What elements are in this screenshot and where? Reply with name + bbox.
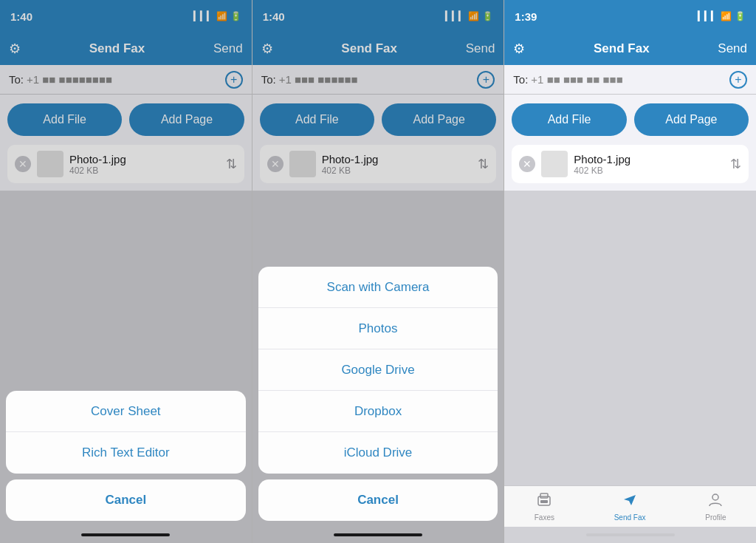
phone-panel-3: 1:39 ▎▎▎ 📶 🔋 ⚙ Send Fax Send To: +1 ■■ ■… (504, 0, 756, 543)
time-1: 1:40 (10, 10, 32, 23)
status-bar-3: 1:39 ▎▎▎ 📶 🔋 (504, 0, 756, 33)
wifi-icon-1: 📶 (216, 11, 227, 21)
send-button-3[interactable]: Send (718, 41, 747, 56)
time-3: 1:39 (515, 10, 537, 23)
add-recipient-button-2[interactable]: + (477, 71, 495, 89)
file-size-1: 402 KB (69, 165, 220, 176)
signal-icon-2: ▎▎▎ (445, 11, 465, 21)
action-buttons-3: Add File Add Page (504, 95, 756, 145)
battery-icon-1: 🔋 (230, 11, 241, 21)
tab-bar-3: Faxes Send Fax Profile (504, 485, 756, 527)
file-info-3: Photo-1.jpg 402 KB (574, 153, 724, 176)
send-fax-label: Send Fax (614, 513, 646, 522)
cancel-sheet-2[interactable]: Cancel (258, 479, 498, 521)
battery-icon-2: 🔋 (482, 11, 493, 21)
svg-point-3 (712, 494, 718, 500)
file-name-2: Photo-1.jpg (322, 153, 472, 165)
file-name-3: Photo-1.jpg (574, 153, 724, 165)
add-page-button-2[interactable]: Add Page (382, 103, 496, 136)
tab-faxes[interactable]: Faxes (535, 491, 554, 522)
file-list-1: ✕ Photo-1.jpg 402 KB ⇅ (0, 145, 252, 191)
file-item-1: ✕ Photo-1.jpg 402 KB ⇅ (7, 145, 244, 183)
tab-profile[interactable]: Profile (705, 491, 726, 522)
file-size-3: 402 KB (574, 165, 724, 176)
signal-icon-3: ▎▎▎ (698, 11, 718, 21)
faxes-icon (536, 491, 552, 512)
icloud-drive-item[interactable]: iCloud Drive (258, 432, 498, 474)
to-number-3[interactable]: +1 ■■ ■■■ ■■ ■■■ (531, 73, 729, 86)
google-drive-item[interactable]: Google Drive (258, 349, 498, 391)
add-recipient-button-1[interactable]: + (225, 71, 243, 89)
to-field-3: To: +1 ■■ ■■■ ■■ ■■■ + (504, 65, 756, 95)
file-list-2: ✕ Photo-1.jpg 402 KB ⇅ (252, 145, 504, 191)
file-remove-3[interactable]: ✕ (519, 156, 535, 172)
action-buttons-2: Add File Add Page (252, 95, 504, 145)
sheet-group-1: Cover Sheet Rich Text Editor (6, 391, 246, 474)
cover-sheet-item[interactable]: Cover Sheet (6, 391, 246, 432)
add-file-button-3[interactable]: Add File (512, 103, 626, 136)
action-sheet-1: Cover Sheet Rich Text Editor Cancel (0, 391, 252, 543)
add-file-button-2[interactable]: Add File (260, 103, 374, 136)
nav-bar-2: ⚙ Send Fax Send (252, 33, 504, 65)
cancel-sheet-1[interactable]: Cancel (6, 479, 246, 521)
file-item-3: ✕ Photo-1.jpg 402 KB ⇅ (512, 145, 749, 183)
file-name-1: Photo-1.jpg (69, 153, 220, 165)
scan-with-camera-item[interactable]: Scan with Camera (258, 267, 498, 308)
to-label-2: To: (261, 73, 276, 86)
nav-bar-3: ⚙ Send Fax Send (504, 33, 756, 65)
svg-rect-2 (540, 500, 548, 503)
sheet-group-2: Scan with Camera Photos Google Drive Dro… (258, 267, 498, 474)
file-thumb-1 (37, 151, 63, 177)
file-size-2: 402 KB (322, 165, 472, 176)
file-list-3: ✕ Photo-1.jpg 402 KB ⇅ (504, 145, 756, 191)
nav-title-1: Send Fax (89, 41, 145, 56)
to-label-1: To: (9, 73, 24, 86)
time-2: 1:40 (263, 10, 285, 23)
add-file-button-1[interactable]: Add File (7, 103, 122, 136)
home-bar-3 (586, 533, 675, 536)
status-icons-2: ▎▎▎ 📶 🔋 (445, 11, 493, 21)
status-icons-3: ▎▎▎ 📶 🔋 (698, 11, 746, 21)
nav-bar-1: ⚙ Send Fax Send (0, 33, 252, 65)
svg-rect-1 (540, 494, 548, 498)
phone-panel-2: 1:40 ▎▎▎ 📶 🔋 ⚙ Send Fax Send To: +1 ■■■ … (252, 0, 505, 543)
gear-icon-1[interactable]: ⚙ (9, 41, 21, 57)
to-field-1: To: +1 ■■ ■■■■■■■■ + (0, 65, 252, 95)
dropbox-item[interactable]: Dropbox (258, 391, 498, 432)
faxes-label: Faxes (535, 513, 554, 522)
rich-text-editor-item[interactable]: Rich Text Editor (6, 432, 246, 474)
to-field-2: To: +1 ■■■ ■■■■■■ + (252, 65, 504, 95)
send-fax-icon (622, 491, 638, 512)
add-page-button-3[interactable]: Add Page (634, 103, 749, 136)
gear-icon-3[interactable]: ⚙ (513, 41, 525, 57)
nav-title-3: Send Fax (594, 41, 650, 56)
battery-icon-3: 🔋 (735, 11, 746, 21)
send-button-1[interactable]: Send (213, 41, 243, 56)
action-buttons-1: Add File Add Page (0, 95, 252, 145)
to-label-3: To: (513, 73, 528, 86)
file-item-2: ✕ Photo-1.jpg 402 KB ⇅ (260, 145, 497, 183)
tab-send-fax[interactable]: Send Fax (614, 491, 646, 522)
file-remove-2[interactable]: ✕ (267, 156, 284, 172)
home-indicator-3 (504, 527, 756, 543)
file-info-1: Photo-1.jpg 402 KB (69, 153, 220, 176)
file-reorder-2[interactable]: ⇅ (478, 156, 489, 172)
file-reorder-3[interactable]: ⇅ (730, 156, 741, 172)
signal-icon-1: ▎▎▎ (193, 11, 213, 21)
to-number-1[interactable]: +1 ■■ ■■■■■■■■ (27, 73, 225, 86)
profile-label: Profile (705, 513, 726, 522)
to-number-2[interactable]: +1 ■■■ ■■■■■■ (279, 73, 478, 86)
action-sheet-2: Scan with Camera Photos Google Drive Dro… (252, 267, 504, 543)
gear-icon-2[interactable]: ⚙ (261, 41, 273, 57)
wifi-icon-3: 📶 (721, 11, 732, 21)
file-info-2: Photo-1.jpg 402 KB (322, 153, 472, 176)
file-remove-1[interactable]: ✕ (15, 156, 31, 172)
status-icons-1: ▎▎▎ 📶 🔋 (193, 11, 241, 21)
send-button-2[interactable]: Send (466, 41, 495, 56)
nav-title-2: Send Fax (341, 41, 397, 56)
add-recipient-button-3[interactable]: + (729, 71, 747, 89)
add-page-button-1[interactable]: Add Page (129, 103, 244, 136)
file-reorder-1[interactable]: ⇅ (226, 156, 237, 172)
photos-item[interactable]: Photos (258, 308, 498, 349)
status-bar-2: 1:40 ▎▎▎ 📶 🔋 (252, 0, 504, 33)
